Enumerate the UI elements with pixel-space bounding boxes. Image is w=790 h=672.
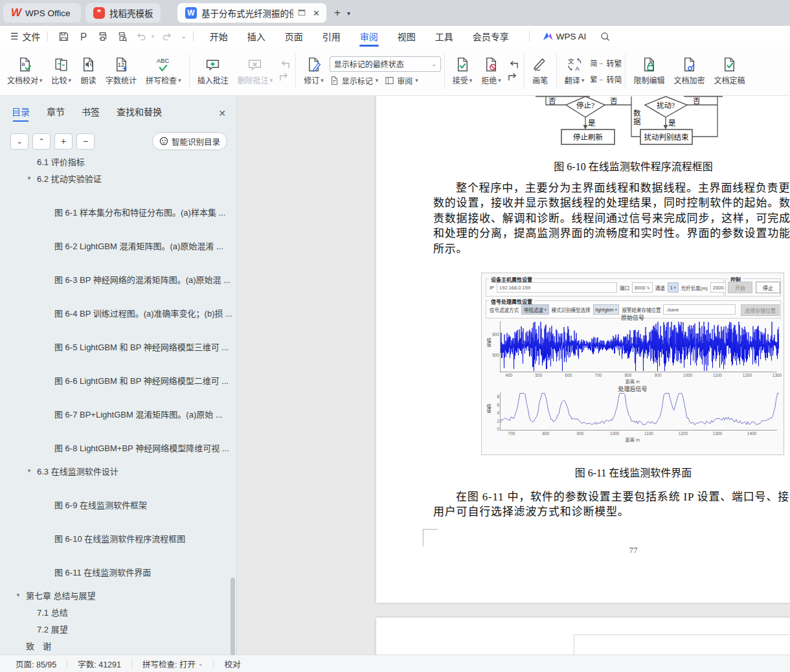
port-spinner[interactable]: 8000⇅	[632, 282, 653, 293]
document-canvas[interactable]: 否 否 否 停止? 扰动? 是 是 停止刷新 扰动判别结束 数 据 图 6-10…	[237, 96, 790, 655]
toc-item[interactable]: 图 6-2 LightGBM 混淆矩阵图。(a)原始混淆 ...	[0, 237, 236, 254]
accept-change-button[interactable]: 接受▾	[448, 54, 477, 87]
previous-comment-icon[interactable]	[279, 60, 290, 70]
proofread-status[interactable]: 校对	[214, 659, 251, 668]
tab-docer-templates[interactable]: ❞ 找稻壳模板	[85, 3, 161, 23]
proofread-button[interactable]: a 文档校对▾	[3, 54, 47, 87]
markup-state-dropdown[interactable]: 显示标记的最终状态⌄	[330, 56, 441, 72]
menu-item-引用[interactable]: 引用	[313, 26, 350, 47]
divider	[47, 31, 48, 41]
collapse-all-button[interactable]: ⌃	[32, 133, 51, 150]
ip-input[interactable]: 192.168.0.159	[497, 282, 617, 293]
toc-item[interactable]: ▼6.2 扰动实验验证	[0, 170, 236, 186]
menu-item-会员专享[interactable]: 会员专享	[463, 26, 519, 47]
export-pdf-icon[interactable]	[74, 28, 93, 44]
file-menu[interactable]: 文件	[23, 30, 41, 43]
ribbon-group-changes: 接受▾ 拒绝▾	[448, 50, 521, 93]
start-button[interactable]: 开始	[728, 282, 752, 293]
channel-select[interactable]: 1▾	[668, 282, 679, 293]
toc-item[interactable]: 图 6-8 LightGBM+BP 神经网络模型降维可视 ...	[0, 439, 236, 456]
to-simplified-button[interactable]: 繁→ 转简	[590, 74, 622, 85]
toc-item[interactable]: ▼第七章 总结与展望	[0, 587, 236, 603]
sidebar-tab-find-replace[interactable]: 查找和替换	[117, 105, 162, 122]
toc-item[interactable]: 7.2 展望	[0, 620, 236, 637]
sidebar-tab-chapters[interactable]: 章节	[47, 105, 65, 122]
stop-button[interactable]: 停止	[756, 282, 780, 293]
toc-item-label: 图 6-5 LightGBM 和 BP 神经网络模型三维可 ...	[54, 341, 229, 353]
finalize-document-button[interactable]: 文档定稿	[709, 54, 749, 87]
new-tab-button[interactable]: +	[334, 6, 341, 19]
delete-comment-button[interactable]: 删除批注▾	[233, 54, 278, 87]
tab-list-chevron-icon[interactable]: ▾	[347, 10, 350, 17]
show-markup-button[interactable]: 显示标记▾	[330, 75, 379, 86]
tab-document[interactable]: W 基于分布式光纤测振的侵入智 🗖 ✕	[177, 3, 326, 23]
next-change-icon[interactable]	[508, 73, 519, 82]
collapse-arrow-icon[interactable]: ▼	[27, 175, 37, 181]
zoom-out-level-button[interactable]: −	[76, 133, 95, 150]
collapse-arrow-icon[interactable]: ▼	[27, 468, 37, 474]
toc-item[interactable]: 图 6-11 在线监测软件界面	[0, 563, 236, 580]
toc-item[interactable]: 图 6-10 在线监测软件程序流程框图	[0, 530, 236, 546]
print-icon[interactable]	[93, 28, 113, 44]
next-page-top[interactable]	[376, 618, 790, 655]
toc-item[interactable]: 图 6-7 BP+LightGBM 混淆矩阵图。(a)原始 ...	[0, 405, 236, 422]
expand-all-button[interactable]: ⌄	[10, 133, 28, 150]
toc-item[interactable]: 图 6-6 LightGBM 和 BP 神经网络模型二维可 ...	[0, 372, 236, 388]
zoom-in-level-button[interactable]: +	[54, 133, 73, 150]
sidebar-tab-bookmarks[interactable]: 书签	[82, 105, 100, 122]
toc-item[interactable]: 6.1 评价指标	[0, 153, 236, 170]
word-count-indicator[interactable]: 字数: 41291	[67, 659, 132, 668]
menu-item-审阅[interactable]: 审阅	[350, 26, 388, 47]
sidebar-tab-toc[interactable]: 目录	[12, 105, 30, 122]
tab-label: 基于分布式光纤测振的侵入智	[201, 6, 293, 19]
toc-item[interactable]: 图 6-4 BP 训练过程图。(a)准确率变化；(b)损 ...	[0, 304, 236, 321]
menu-item-开始[interactable]: 开始	[200, 26, 238, 47]
toc-item[interactable]: 图 6-9 在线监测软件框架	[0, 496, 236, 513]
translate-button[interactable]: 文A 翻译▾	[560, 54, 589, 87]
track-changes-button[interactable]: 修订▾	[299, 54, 328, 87]
word-count-button[interactable]: 12 字数统计	[101, 54, 141, 87]
toc-item[interactable]: 致 谢	[0, 637, 236, 654]
to-traditional-button[interactable]: 简→ 转繁	[590, 58, 622, 69]
undo-icon[interactable]	[132, 28, 152, 44]
pen-button[interactable]: 画笔	[528, 54, 553, 87]
toc-item[interactable]: 参考文献	[0, 654, 236, 655]
toc-item[interactable]: 图 6-5 LightGBM 和 BP 神经网络模型三维可 ...	[0, 338, 236, 355]
insert-comment-button[interactable]: 插入批注	[193, 54, 233, 87]
redo-icon[interactable]	[157, 28, 176, 44]
quickbar-more-chevron-icon[interactable]: ⌄	[181, 33, 186, 39]
toc-item[interactable]: 图 6-1 样本集分布和特征分布图。(a)样本集 ...	[0, 203, 236, 220]
sidebar-scrollbar-thumb[interactable]	[231, 577, 235, 655]
close-sidebar-icon[interactable]: ✕	[218, 108, 226, 118]
spell-check-status[interactable]: 拼写检查: 打开 ⌄	[132, 659, 214, 668]
encrypt-document-button[interactable]: 文档加密	[669, 54, 709, 87]
menu-item-页面[interactable]: 页面	[275, 26, 313, 47]
next-comment-icon[interactable]	[279, 73, 290, 82]
search-icon[interactable]	[595, 28, 615, 44]
review-pane-button[interactable]: 审阅▾	[385, 75, 418, 86]
menu-item-视图[interactable]: 视图	[388, 26, 425, 47]
reject-change-button[interactable]: 拒绝▾	[477, 54, 506, 87]
read-aloud-button[interactable]: 朗读	[76, 54, 101, 87]
menu-item-插入[interactable]: 插入	[238, 26, 275, 47]
smart-toc-button[interactable]: 智能识别目录	[152, 132, 227, 150]
save-icon[interactable]	[54, 28, 74, 44]
hamburger-icon[interactable]: ☰	[10, 31, 19, 41]
tab-wps-home[interactable]: W WPS Office	[3, 3, 81, 23]
print-preview-icon[interactable]	[113, 28, 132, 44]
menu-item-工具[interactable]: 工具	[425, 26, 463, 47]
document-page[interactable]: 否 否 否 停止? 扰动? 是 是 停止刷新 扰动判别结束 数 据 图 6-10…	[376, 96, 790, 603]
main-menus: 开始插入页面引用审阅视图工具会员专享	[200, 26, 519, 47]
close-tab-icon[interactable]: ✕	[310, 8, 322, 18]
toc-item[interactable]: ▼6.3 在线监测软件设计	[0, 462, 236, 479]
toc-item[interactable]: 7.1 总结	[0, 603, 236, 620]
spell-check-button[interactable]: ABC 拼写检查▾	[141, 54, 186, 87]
restrict-editing-button[interactable]: 限制编辑	[629, 54, 669, 87]
previous-change-icon[interactable]	[508, 60, 519, 70]
compare-button[interactable]: 比较▾	[47, 54, 76, 87]
wps-ai-button[interactable]: WPS AI	[543, 32, 587, 41]
cloud-doc-icon[interactable]: 🗖	[298, 8, 306, 17]
undo-chevron-icon[interactable]: ▾	[152, 33, 155, 39]
collapse-arrow-icon[interactable]: ▼	[16, 592, 26, 598]
toc-item[interactable]: 图 6-3 BP 神经网络的混淆矩阵图。(a)原始混 ...	[0, 271, 236, 287]
